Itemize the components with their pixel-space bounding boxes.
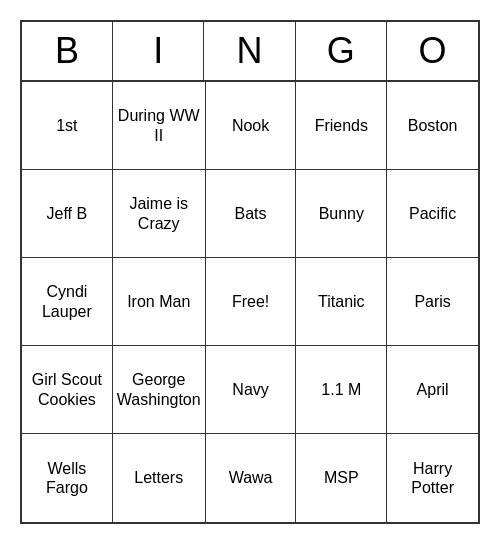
cell-text: Jaime is Crazy [117,194,201,232]
header-letter: G [296,22,387,80]
bingo-cell: Bats [206,170,297,258]
cell-text: Titanic [318,292,365,311]
bingo-cell: Pacific [387,170,478,258]
bingo-cell: George Washington [113,346,206,434]
header-letter: O [387,22,478,80]
bingo-cell: Wells Fargo [22,434,113,522]
bingo-cell: Bunny [296,170,387,258]
cell-text: During WW II [117,106,201,144]
cell-text: MSP [324,468,359,487]
cell-text: 1.1 M [321,380,361,399]
cell-text: Wells Fargo [26,459,108,497]
cell-text: Harry Potter [391,459,474,497]
cell-text: Friends [315,116,368,135]
cell-text: Navy [232,380,268,399]
cell-text: Bunny [319,204,364,223]
cell-text: Girl Scout Cookies [26,370,108,408]
cell-text: Jeff B [47,204,88,223]
cell-text: Bats [235,204,267,223]
cell-text: Boston [408,116,458,135]
bingo-header: BINGO [22,22,478,82]
cell-text: Pacific [409,204,456,223]
cell-text: Wawa [229,468,273,487]
header-letter: B [22,22,113,80]
bingo-cell: Girl Scout Cookies [22,346,113,434]
bingo-cell: Jaime is Crazy [113,170,206,258]
bingo-cell: Iron Man [113,258,206,346]
cell-text: Free! [232,292,269,311]
bingo-cell: 1st [22,82,113,170]
bingo-cell: Wawa [206,434,297,522]
cell-text: Letters [134,468,183,487]
bingo-cell: Nook [206,82,297,170]
cell-text: Iron Man [127,292,190,311]
bingo-grid: 1stDuring WW IINookFriendsBostonJeff BJa… [22,82,478,522]
cell-text: Cyndi Lauper [26,282,108,320]
bingo-cell: Friends [296,82,387,170]
bingo-cell: During WW II [113,82,206,170]
bingo-cell: Titanic [296,258,387,346]
bingo-cell: MSP [296,434,387,522]
bingo-cell: Letters [113,434,206,522]
bingo-cell: Navy [206,346,297,434]
bingo-cell: Harry Potter [387,434,478,522]
cell-text: George Washington [117,370,201,408]
bingo-cell: 1.1 M [296,346,387,434]
cell-text: 1st [56,116,77,135]
header-letter: I [113,22,204,80]
bingo-cell: April [387,346,478,434]
bingo-cell: Boston [387,82,478,170]
bingo-cell: Free! [206,258,297,346]
bingo-cell: Paris [387,258,478,346]
bingo-cell: Cyndi Lauper [22,258,113,346]
bingo-card: BINGO 1stDuring WW IINookFriendsBostonJe… [20,20,480,524]
cell-text: Paris [414,292,450,311]
cell-text: Nook [232,116,269,135]
header-letter: N [204,22,295,80]
bingo-cell: Jeff B [22,170,113,258]
cell-text: April [417,380,449,399]
